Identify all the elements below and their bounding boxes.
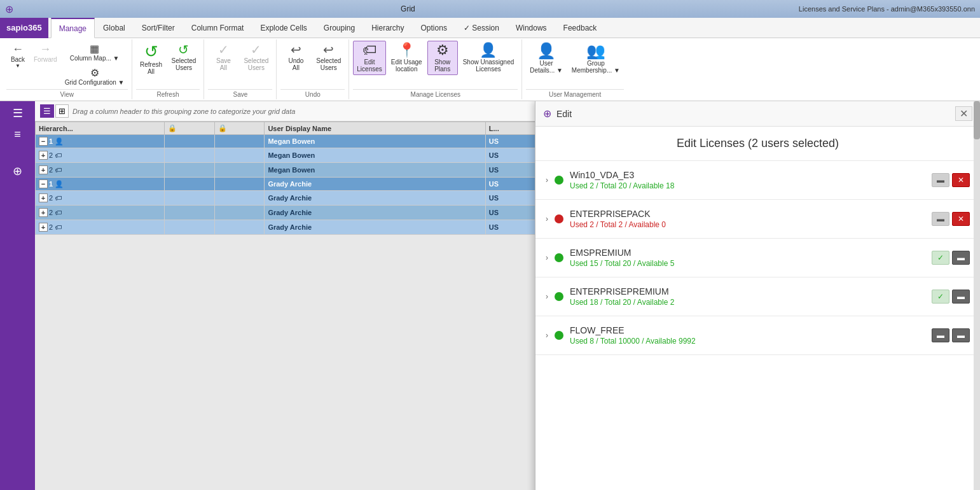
- column-map-button[interactable]: ▦ Column Map... ▼: [62, 41, 128, 64]
- sidebar-grid-icon[interactable]: ☰: [10, 104, 25, 123]
- selected-users-save-button[interactable]: ✓ SelectedUsers: [240, 41, 272, 74]
- cell-lock1: [165, 148, 214, 163]
- license-action1-button[interactable]: ▬: [932, 328, 949, 342]
- collapse-button[interactable]: −: [39, 179, 48, 188]
- expand-button[interactable]: +: [39, 165, 48, 174]
- view-group-label: View: [6, 89, 128, 98]
- tab-feedback[interactable]: Feedback: [555, 18, 605, 38]
- edit-licenses-button[interactable]: 🏷 EditLicenses: [353, 41, 385, 75]
- license-info: EMSPREMIUM Used 15 / Total 20 / Availabl…: [570, 248, 925, 268]
- license-assign-button[interactable]: ✓: [932, 251, 949, 265]
- user-details-button[interactable]: 👤 UserDetails... ▼: [526, 41, 567, 76]
- cell-l1: US: [485, 220, 539, 235]
- license-chevron-icon: ›: [546, 253, 548, 262]
- license-detail-button[interactable]: ▬: [952, 251, 970, 265]
- expand-button[interactable]: +: [39, 208, 48, 217]
- user-plan-icon: 🏷: [55, 209, 62, 216]
- col-l1[interactable]: L...: [485, 122, 539, 135]
- back-button[interactable]: ← Back ▼: [6, 41, 29, 71]
- tab-session[interactable]: ✓ Session: [455, 18, 507, 38]
- expand-button[interactable]: +: [39, 193, 48, 202]
- tab-column-format[interactable]: Column Format: [183, 18, 252, 38]
- forward-icon: →: [39, 43, 51, 56]
- license-row-enterprisepremium[interactable]: › ENTERPRISEPREMIUM Used 18 / Total 20 /…: [535, 277, 980, 316]
- cell-hierarchy: +2 🏷: [36, 148, 165, 163]
- view-toggle: ☰ ⊞: [40, 104, 69, 118]
- edit-usage-location-button[interactable]: 📍 Edit Usagelocation: [387, 41, 426, 75]
- save-group-items: ✓ SaveAll ✓ SelectedUsers: [208, 41, 272, 88]
- card-view-button[interactable]: ⊞: [55, 104, 69, 118]
- cell-name: Grady Archie: [265, 178, 485, 191]
- license-stats: Used 2 / Total 2 / Available 0: [570, 220, 925, 229]
- col-lock1[interactable]: 🔒: [165, 122, 214, 135]
- selected-users-undo-icon: ↩: [323, 43, 334, 56]
- tab-global[interactable]: Global: [95, 18, 134, 38]
- license-remove-button[interactable]: ✕: [952, 173, 970, 187]
- save-all-label: SaveAll: [216, 57, 231, 71]
- edit-licenses-label: EditLicenses: [357, 59, 382, 73]
- undo-group-label: Undo: [280, 89, 345, 98]
- view-group-items: ← Back ▼ → Forward ▦ Column Map... ▼ ⚙ G…: [6, 41, 128, 88]
- selected-users-save-label: SelectedUsers: [244, 57, 268, 71]
- refresh-all-icon: ↺: [144, 43, 158, 60]
- license-row-win10[interactable]: › Win10_VDA_E3 Used 2 / Total 20 / Avail…: [535, 161, 980, 200]
- license-toggle-button[interactable]: ▬: [932, 212, 949, 226]
- tab-hierarchy[interactable]: Hierarchy: [363, 18, 412, 38]
- license-detail-button[interactable]: ▬: [952, 290, 970, 304]
- dialog-scrollbar[interactable]: [974, 101, 980, 490]
- cell-hierarchy: −1 👤: [36, 135, 165, 148]
- selected-users-undo-button[interactable]: ↩ SelectedUsers: [312, 41, 345, 74]
- expand-button[interactable]: +: [39, 151, 48, 160]
- selected-users-refresh-button[interactable]: ↺ SelectedUsers: [168, 41, 200, 74]
- refresh-group-items: ↺ RefreshAll ↺ SelectedUsers: [136, 41, 200, 88]
- forward-button[interactable]: → Forward: [31, 41, 60, 65]
- tab-sort-filter[interactable]: Sort/Filter: [134, 18, 183, 38]
- tab-grouping[interactable]: Grouping: [315, 18, 363, 38]
- tab-manage[interactable]: Manage: [51, 18, 95, 38]
- show-plans-button[interactable]: ⚙ ShowPlans: [427, 41, 458, 75]
- user-plan-icon: 🏷: [55, 166, 62, 174]
- ribbon-group-save: ✓ SaveAll ✓ SelectedUsers Save: [204, 39, 277, 99]
- col-display-name[interactable]: User Display Name: [265, 122, 485, 135]
- license-actions: ▬ ▬: [932, 328, 970, 342]
- license-row-flowfree[interactable]: › FLOW_FREE Used 8 / Total 10000 / Avail…: [535, 316, 980, 355]
- collapse-button[interactable]: −: [39, 137, 48, 146]
- refresh-all-button[interactable]: ↺ RefreshAll: [136, 41, 167, 78]
- cell-name: Grady Archie: [265, 206, 485, 220]
- table-view-button[interactable]: ☰: [40, 104, 54, 118]
- group-membership-button[interactable]: 👥 GroupMembership... ▼: [568, 41, 624, 76]
- cell-name: Megan Bowen: [265, 135, 485, 148]
- ribbon-group-refresh: ↺ RefreshAll ↺ SelectedUsers Refresh: [132, 39, 205, 99]
- license-row-emspremium[interactable]: › EMSPREMIUM Used 15 / Total 20 / Availa…: [535, 239, 980, 277]
- license-remove-button[interactable]: ✕: [952, 212, 970, 226]
- cell-lock1: [165, 206, 214, 220]
- cell-hierarchy: +2 🏷: [36, 206, 165, 220]
- window-title: Grid: [17, 4, 799, 13]
- tab-windows[interactable]: Windows: [507, 18, 555, 38]
- col-hierarchy[interactable]: Hierarch...: [36, 122, 165, 135]
- cell-lock2: [214, 191, 264, 206]
- show-unassigned-button[interactable]: 👤 Show UnassignedLicenses: [459, 41, 518, 75]
- tab-options[interactable]: Options: [413, 18, 455, 38]
- license-action2-button[interactable]: ▬: [952, 328, 970, 342]
- app-logo[interactable]: sapio365: [0, 18, 48, 38]
- save-all-button[interactable]: ✓ SaveAll: [208, 41, 238, 74]
- license-actions: ▬ ✕: [932, 212, 970, 226]
- license-assign-button[interactable]: ✓: [932, 290, 949, 304]
- license-toggle-button[interactable]: ▬: [932, 173, 949, 187]
- sidebar-logo-icon[interactable]: ⊕: [10, 162, 25, 181]
- undo-all-button[interactable]: ↩ UndoAll: [280, 41, 311, 74]
- license-name: Win10_VDA_E3: [570, 170, 925, 180]
- dialog-close-button[interactable]: ✕: [955, 106, 972, 121]
- manage-licenses-group-items: 🏷 EditLicenses 📍 Edit Usagelocation ⚙ Sh…: [353, 41, 518, 88]
- license-row-enterprisepack[interactable]: › ENTERPRISEPACK Used 2 / Total 2 / Avai…: [535, 200, 980, 239]
- expand-button[interactable]: +: [39, 223, 48, 232]
- tab-explode-cells[interactable]: Explode Cells: [252, 18, 315, 38]
- sidebar-list-icon[interactable]: ≡: [11, 125, 24, 144]
- col-lock2[interactable]: 🔒: [214, 122, 264, 135]
- cell-hierarchy: +2 🏷: [36, 191, 165, 206]
- cell-name: Megan Bowen: [265, 148, 485, 163]
- ribbon-group-view: ← Back ▼ → Forward ▦ Column Map... ▼ ⚙ G…: [3, 39, 132, 99]
- title-bar: ⊕ Grid Licenses and Service Plans - admi…: [0, 0, 980, 18]
- grid-config-button[interactable]: ⚙ Grid Configuration ▼: [62, 65, 128, 88]
